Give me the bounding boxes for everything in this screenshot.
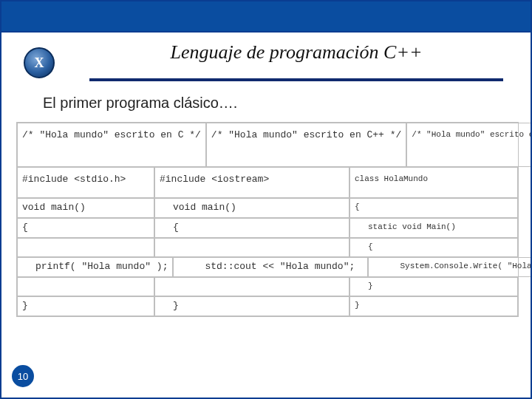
cs-class-open: { bbox=[349, 198, 518, 218]
cs-body: System.Console.Write( "Hola mundo" ); bbox=[368, 257, 532, 277]
institution-logo: X bbox=[24, 47, 55, 78]
c-open: { bbox=[17, 218, 154, 238]
c-empty2 bbox=[17, 277, 154, 296]
title-wrap: Lenguaje de programación C++ bbox=[55, 40, 508, 81]
c-empty bbox=[17, 238, 154, 257]
code-comparison-table: /* "Hola mundo" escrito en C */ /* "Hola… bbox=[16, 122, 519, 317]
cpp-open: { bbox=[154, 218, 349, 238]
table-row: /* "Hola mundo" escrito en C */ /* "Hola… bbox=[17, 123, 518, 167]
cpp-empty2 bbox=[154, 277, 349, 296]
table-row: { { static void Main() bbox=[17, 218, 518, 238]
cs-comment: /* "Hola mundo" escrito en C# */ bbox=[406, 123, 532, 167]
cs-close: } bbox=[349, 277, 518, 296]
table-row: void main() void main() { bbox=[17, 198, 518, 218]
logo-letter: X bbox=[35, 55, 44, 71]
title-underline bbox=[89, 78, 503, 81]
subtitle: El primer programa clásico…. bbox=[1, 81, 531, 122]
cs-class-close: } bbox=[349, 296, 518, 316]
page-number-badge: 10 bbox=[12, 365, 34, 387]
header: X Lenguaje de programación C++ bbox=[1, 33, 531, 81]
c-comment: /* "Hola mundo" escrito en C */ bbox=[17, 123, 206, 167]
page-title: Lenguaje de programación C++ bbox=[140, 40, 422, 68]
cpp-close: } bbox=[154, 296, 349, 316]
cpp-body: std::cout << "Hola mundo"; bbox=[173, 257, 368, 277]
page-number: 10 bbox=[18, 371, 28, 382]
c-close: } bbox=[17, 296, 154, 316]
c-body: printf( "Hola mundo" ); bbox=[17, 257, 173, 277]
cs-open: { bbox=[349, 238, 518, 257]
c-include: #include <stdio.h> bbox=[17, 167, 154, 198]
c-main: void main() bbox=[17, 198, 154, 218]
table-row: { bbox=[17, 238, 518, 257]
cpp-empty bbox=[154, 238, 349, 257]
table-row: } bbox=[17, 277, 518, 296]
cpp-comment: /* "Hola mundo" escrito en C++ */ bbox=[206, 123, 406, 167]
table-row: #include <stdio.h> #include <iostream> c… bbox=[17, 167, 518, 198]
cs-class: class HolaMundo bbox=[349, 167, 518, 198]
cs-main: static void Main() bbox=[349, 218, 518, 238]
table-row: printf( "Hola mundo" ); std::cout << "Ho… bbox=[17, 257, 518, 277]
cpp-include: #include <iostream> bbox=[154, 167, 349, 198]
table-row: } } } bbox=[17, 296, 518, 316]
top-color-bar bbox=[1, 1, 531, 33]
cpp-main: void main() bbox=[154, 198, 349, 218]
